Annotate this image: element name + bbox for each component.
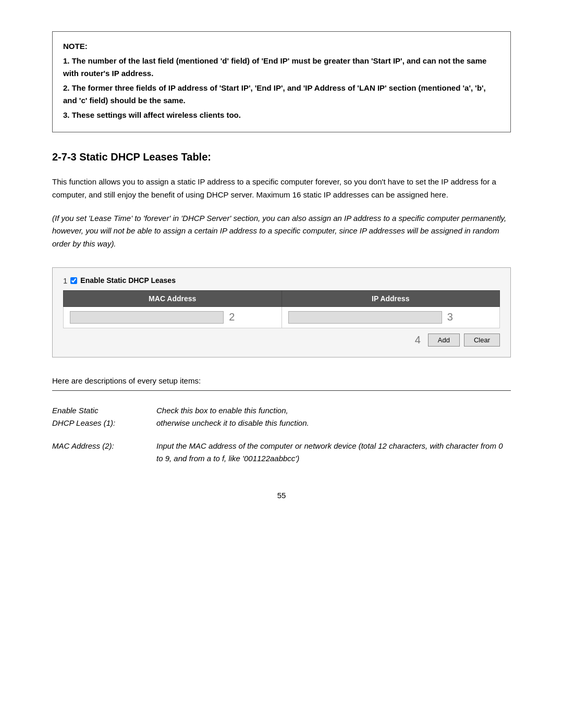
enable-static-dhcp-checkbox[interactable]	[70, 277, 77, 284]
dhcp-leases-table: MAC Address IP Address 2 3	[63, 290, 500, 328]
ip-address-input[interactable]	[288, 311, 442, 324]
enable-row: 1 Enable Static DHCP Leases	[63, 276, 500, 285]
step1-number: 1	[63, 276, 67, 285]
note-label: NOTE:	[63, 40, 500, 53]
ip-address-cell: 3	[282, 306, 500, 328]
page-number: 55	[52, 491, 511, 500]
mac-desc-value: Input the MAC address of the computer or…	[156, 435, 511, 470]
body-paragraph: This function allows you to assign a sta…	[52, 176, 511, 202]
mac-address-input[interactable]	[70, 311, 224, 324]
mac-address-cell: 2	[64, 306, 282, 328]
note-line-1: 1. The number of the last field (mention…	[63, 55, 500, 80]
clear-button[interactable]: Clear	[464, 334, 500, 347]
button-row: 4 Add Clear	[63, 334, 500, 347]
note-line-2: 2. The former three fields of IP address…	[63, 82, 500, 107]
enable-desc-label: Enable StaticDHCP Leases (1):	[52, 399, 156, 435]
step4-number: 4	[415, 334, 421, 346]
mac-address-header: MAC Address	[64, 290, 282, 306]
dhcp-ui-container: 1 Enable Static DHCP Leases MAC Address …	[52, 267, 511, 357]
table-row: 2 3	[64, 306, 500, 328]
step2-number: 2	[229, 311, 235, 323]
section-divider	[52, 390, 511, 391]
ip-address-header: IP Address	[282, 290, 500, 306]
mac-desc-label: MAC Address (2):	[52, 435, 156, 470]
enable-desc-value: Check this box to enable this function,o…	[156, 399, 511, 435]
descriptions-table: Enable StaticDHCP Leases (1): Check this…	[52, 399, 511, 470]
desc-row-enable: Enable StaticDHCP Leases (1): Check this…	[52, 399, 511, 435]
italic-paragraph: (If you set 'Lease Time' to 'forever' in…	[52, 212, 511, 251]
add-button[interactable]: Add	[428, 334, 460, 347]
step3-number: 3	[447, 311, 453, 323]
desc-row-mac: MAC Address (2): Input the MAC address o…	[52, 435, 511, 470]
descriptions-heading: Here are descriptions of every setup ite…	[52, 376, 511, 385]
section-heading: 2-7-3 Static DHCP Leases Table:	[52, 151, 511, 163]
table-header-row: MAC Address IP Address	[64, 290, 500, 306]
note-line-3: 3. These settings will affect wireless c…	[63, 109, 500, 121]
note-box: NOTE: 1. The number of the last field (m…	[52, 31, 511, 132]
enable-static-dhcp-label: Enable Static DHCP Leases	[80, 276, 176, 285]
